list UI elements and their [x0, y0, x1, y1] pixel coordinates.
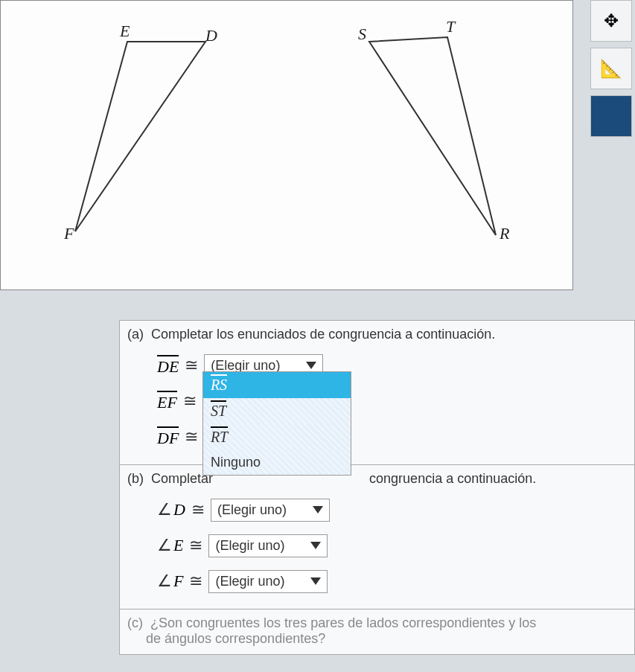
chevron-down-icon: [310, 542, 321, 549]
option-rs-label: RS: [211, 374, 227, 393]
congruent-symbol: ≅: [189, 572, 202, 591]
triangles-svg: [1, 1, 574, 291]
section-b: (b) Completar congruencia a continuación…: [120, 465, 634, 609]
dropdown-option-st[interactable]: ST: [203, 398, 351, 424]
dropdown-angle-f[interactable]: (Elegir uno): [208, 570, 328, 593]
dropdown-de-options: RS ST RT Ninguno: [202, 371, 351, 476]
questions-panel: (a) Completar los enunciados de congruen…: [119, 320, 635, 655]
move-tool-button[interactable]: ✥: [590, 0, 632, 42]
dropdown-option-none[interactable]: Ninguno: [203, 450, 351, 475]
dropdown-angle-d[interactable]: (Elegir uno): [211, 499, 330, 522]
right-toolbar: ✥ 📐: [590, 0, 635, 223]
chevron-down-icon: [310, 577, 321, 585]
congruent-symbol: ≅: [185, 356, 198, 375]
section-a-title: (a) Completar los enunciados de congruen…: [127, 327, 627, 342]
dropdown-angle-e[interactable]: (Elegir uno): [208, 534, 328, 557]
segment-ef: EF: [157, 391, 177, 412]
move-icon: ✥: [604, 10, 619, 31]
option-rt-label: RT: [211, 426, 228, 445]
dropdown-option-rt[interactable]: RT: [203, 424, 351, 450]
dropdown-option-rs[interactable]: RS: [203, 372, 351, 398]
section-a-text: Completar los enunciados de congruencia …: [151, 327, 495, 342]
section-c-text2: de ángulos correspondientes?: [146, 631, 325, 646]
congruent-symbol: ≅: [189, 536, 202, 555]
section-c-letter: (c): [127, 615, 143, 630]
option-none-label: Ninguno: [211, 455, 261, 470]
angle-d: D: [173, 500, 185, 519]
label-T: T: [446, 17, 455, 36]
section-a-letter: (a): [127, 327, 144, 342]
congruent-symbol: ≅: [191, 500, 205, 519]
section-c-text: ¿Son congruentes los tres pares de lados…: [150, 615, 536, 630]
congruent-symbol: ≅: [185, 427, 198, 447]
ruler-icon: 📐: [600, 58, 622, 79]
section-b-text-after: congruencia a continuación.: [369, 471, 536, 486]
angle-f: F: [173, 572, 183, 591]
section-a: (a) Completar los enunciados de congruen…: [120, 321, 634, 465]
svg-marker-0: [75, 42, 205, 231]
dropdown-angle-e-label: (Elegir uno): [215, 538, 284, 554]
angle-symbol: ∠: [157, 572, 172, 591]
chevron-down-icon: [313, 506, 323, 513]
label-F: F: [64, 224, 74, 243]
row-angle-f: ∠ F ≅ (Elegir uno): [157, 566, 627, 597]
label-S: S: [358, 25, 366, 44]
label-E: E: [120, 22, 130, 41]
svg-marker-1: [369, 37, 496, 235]
section-c: (c) ¿Son congruentes los tres pares de l…: [120, 609, 634, 654]
row-angle-e: ∠ E ≅ (Elegir uno): [157, 530, 627, 561]
dropdown-angle-f-label: (Elegir uno): [215, 574, 284, 589]
congruent-symbol: ≅: [183, 391, 197, 411]
dropdown-angle-d-label: (Elegir uno): [217, 502, 287, 518]
chevron-down-icon: [306, 362, 316, 369]
blue-tool-button[interactable]: [590, 95, 632, 137]
angle-e: E: [173, 536, 183, 555]
segment-df: DF: [157, 426, 179, 448]
angle-symbol: ∠: [157, 536, 172, 555]
section-b-letter: (b): [127, 471, 144, 486]
option-st-label: ST: [211, 400, 226, 419]
label-D: D: [205, 26, 217, 45]
row-ef: EF ≅ RS ST RT Ninguno: [157, 385, 627, 417]
segment-de: DE: [157, 355, 179, 377]
row-angle-d: ∠ D ≅ (Elegir uno): [157, 494, 627, 525]
ruler-tool-button[interactable]: 📐: [590, 48, 632, 89]
diagram-panel: E D F S T R: [0, 0, 573, 290]
label-R: R: [500, 224, 509, 243]
angle-symbol: ∠: [157, 500, 172, 519]
